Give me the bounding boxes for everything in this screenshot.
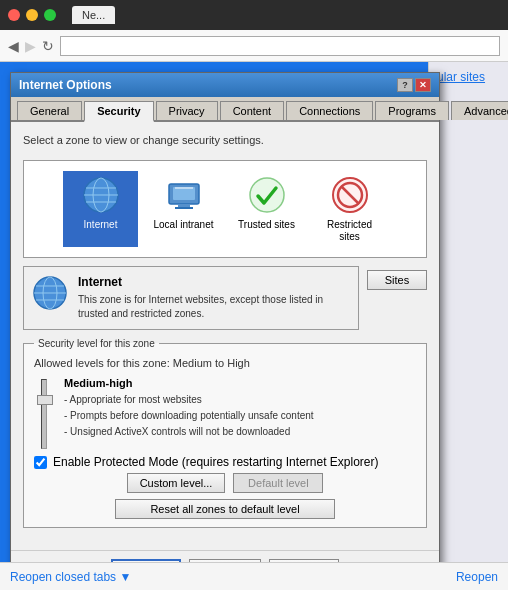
dialog-title: Internet Options — [19, 78, 112, 92]
zone-info-row: Internet This zone is for Internet websi… — [23, 266, 427, 330]
reset-all-button[interactable]: Reset all zones to default level — [115, 499, 335, 519]
level-buttons-row: Custom level... Default level — [34, 473, 416, 493]
trusted-sites-icon — [247, 175, 287, 215]
zone-local-intranet-label: Local intranet — [153, 219, 213, 231]
protected-mode-checkbox[interactable] — [34, 456, 47, 469]
tab-general[interactable]: General — [17, 101, 82, 120]
back-btn[interactable]: ◀ — [8, 38, 19, 54]
cancel-button[interactable]: Cancel — [189, 559, 261, 562]
refresh-btn[interactable]: ↻ — [42, 38, 54, 54]
restricted-sites-icon — [330, 175, 370, 215]
tab-security[interactable]: Security — [84, 101, 153, 122]
zone-local-intranet[interactable]: Local intranet — [146, 171, 221, 247]
browser-tab[interactable]: Ne... — [72, 6, 115, 24]
security-desc: Medium-high - Appropriate for most websi… — [64, 377, 416, 441]
zone-trusted-sites-label: Trusted sites — [238, 219, 295, 231]
dialog-footer: OK Cancel Apply — [11, 550, 439, 562]
address-bar[interactable] — [60, 36, 500, 56]
security-level-name: Medium-high — [64, 377, 416, 389]
help-button[interactable]: ? — [397, 78, 413, 92]
info-globe-icon — [32, 275, 68, 311]
tabs-bar: General Security Privacy Content Connect… — [11, 97, 439, 122]
tab-programs[interactable]: Programs — [375, 101, 449, 120]
security-level-fieldset: Security level for this zone Allowed lev… — [23, 338, 427, 528]
browser-bottom-bar: Reopen closed tabs ▼ Reopen — [0, 562, 508, 590]
zone-internet-label: Internet — [84, 219, 118, 231]
ok-button[interactable]: OK — [111, 559, 181, 562]
svg-point-10 — [250, 178, 284, 212]
protected-mode-row: Enable Protected Mode (requires restarti… — [34, 455, 416, 469]
apply-button[interactable]: Apply — [269, 559, 339, 562]
zone-description: Select a zone to view or change security… — [23, 134, 427, 146]
protected-mode-label: Enable Protected Mode (requires restarti… — [53, 455, 379, 469]
reopen-tabs-link[interactable]: Reopen closed tabs ▼ — [10, 570, 131, 584]
zone-title: Internet — [78, 275, 350, 289]
zone-restricted-sites[interactable]: Restricted sites — [312, 171, 387, 247]
forward-btn[interactable]: ▶ — [25, 38, 36, 54]
close-button[interactable]: ✕ — [415, 78, 431, 92]
reset-row: Reset all zones to default level — [34, 499, 416, 519]
security-slider[interactable] — [34, 377, 54, 451]
tab-privacy[interactable]: Privacy — [156, 101, 218, 120]
svg-rect-9 — [175, 187, 193, 189]
sites-button[interactable]: Sites — [367, 270, 427, 290]
zones-container: Internet Loca — [23, 160, 427, 258]
tab-connections[interactable]: Connections — [286, 101, 373, 120]
security-desc-line-3: - Unsigned ActiveX controls will not be … — [64, 425, 416, 439]
dialog-overlay: Internet Options ? ✕ General Security Pr… — [0, 62, 508, 562]
zone-trusted-sites[interactable]: Trusted sites — [229, 171, 304, 247]
reopen-link[interactable]: Reopen — [456, 570, 498, 584]
zone-internet[interactable]: Internet — [63, 171, 138, 247]
dialog-titlebar: Internet Options ? ✕ — [11, 73, 439, 97]
internet-options-dialog: Internet Options ? ✕ General Security Pr… — [10, 72, 440, 562]
tab-advanced[interactable]: Advanced — [451, 101, 508, 120]
custom-level-button[interactable]: Custom level... — [127, 473, 226, 493]
svg-rect-8 — [175, 207, 193, 209]
allowed-levels: Allowed levels for this zone: Medium to … — [34, 357, 416, 369]
security-desc-line-1: - Appropriate for most websites — [64, 393, 416, 407]
zone-restricted-sites-label: Restricted sites — [320, 219, 380, 243]
zone-description-text: This zone is for Internet websites, exce… — [78, 293, 350, 321]
tab-content[interactable]: Content — [220, 101, 285, 120]
security-desc-line-2: - Prompts before downloading potentially… — [64, 409, 416, 423]
local-intranet-icon — [164, 175, 204, 215]
security-level-legend: Security level for this zone — [34, 338, 159, 349]
default-level-button[interactable]: Default level — [233, 473, 323, 493]
internet-icon — [81, 175, 121, 215]
